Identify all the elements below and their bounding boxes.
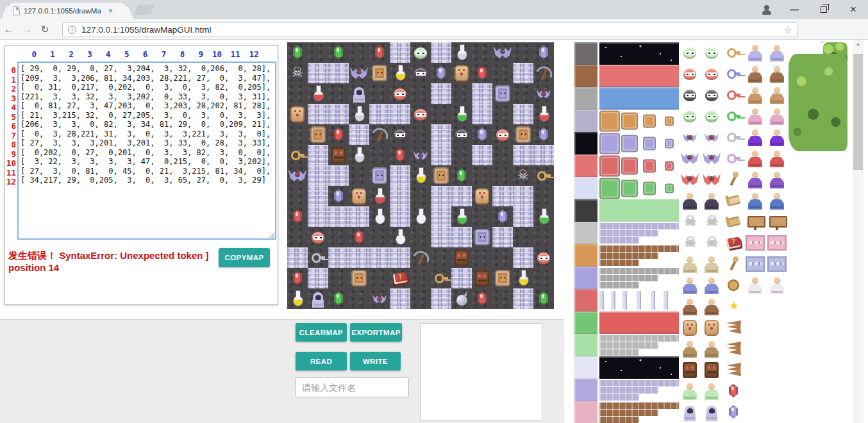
- tileset-row-stars[interactable]: [599, 356, 679, 379]
- tileset-row-doors[interactable]: [599, 110, 679, 132]
- map-tile-pickaxe[interactable]: [533, 63, 554, 83]
- map-tile-white-potion[interactable]: [369, 206, 390, 227]
- map-tile-silver-potion[interactable]: [451, 42, 472, 63]
- map-tile-dark-ground[interactable]: [513, 227, 533, 247]
- tileset-sprite[interactable]: [701, 148, 723, 169]
- map-tile-green-gem[interactable]: [451, 165, 472, 186]
- map-tile-dark-ground[interactable]: [349, 288, 369, 309]
- tileset-sprite[interactable]: [723, 63, 745, 85]
- map-tile-pickaxe[interactable]: [410, 247, 431, 268]
- tileset-row-stars[interactable]: [599, 42, 679, 65]
- map-tile-blue-gem[interactable]: [431, 63, 451, 83]
- texture-swatch[interactable]: [574, 267, 597, 289]
- map-tile-stone-head[interactable]: [451, 247, 472, 268]
- tileset-sprite[interactable]: [680, 338, 701, 360]
- read-button[interactable]: READ: [296, 352, 347, 370]
- map-tile-brick-block[interactable]: [328, 104, 349, 124]
- tileset-sprite[interactable]: [745, 275, 767, 296]
- texture-swatch[interactable]: [574, 222, 597, 244]
- tileset-sprite[interactable]: [745, 127, 767, 148]
- tileset-row-steps[interactable]: [599, 267, 679, 289]
- map-tile-brick-block[interactable]: [431, 288, 451, 309]
- map-tile-green-potion[interactable]: [451, 206, 472, 227]
- tileset-sprite[interactable]: [701, 42, 723, 63]
- map-tile-yellow-potion[interactable]: [287, 288, 308, 309]
- map-tile-brick-block[interactable]: [492, 186, 513, 206]
- map-tile-white-potion[interactable]: [390, 227, 410, 247]
- tileset-sprite[interactable]: [701, 338, 723, 360]
- forward-button[interactable]: →: [18, 23, 36, 36]
- tileset-row-solid[interactable]: [599, 87, 679, 110]
- map-tile-dark-ground[interactable]: [369, 268, 390, 288]
- tileset-sprite[interactable]: [723, 360, 745, 381]
- map-tile-brick-block[interactable]: [390, 104, 410, 124]
- tileset-sprite[interactable]: [701, 402, 723, 423]
- map-tile-small-bat[interactable]: [369, 288, 390, 309]
- tileset-sprite[interactable]: [701, 190, 723, 212]
- map-tile-brick-block[interactable]: [390, 288, 410, 309]
- map-tile-brick-block[interactable]: [431, 206, 451, 227]
- tileset-sprite[interactable]: [680, 233, 701, 254]
- map-tile-brick-block[interactable]: [451, 186, 472, 206]
- map-tile-dark-ground[interactable]: [349, 42, 369, 63]
- scrollbar-thumb[interactable]: [853, 54, 863, 170]
- map-tile-tan-rune-door[interactable]: [308, 124, 328, 145]
- map-tile-dark-ground[interactable]: [410, 288, 431, 309]
- tileset-sprite[interactable]: [701, 381, 723, 402]
- tileset-sprite[interactable]: [767, 85, 789, 106]
- map-tile-dark-ground[interactable]: [287, 124, 308, 145]
- tileset-sprite[interactable]: [723, 148, 745, 169]
- map-tile-brick-block[interactable]: [308, 186, 328, 206]
- texture-swatch[interactable]: [574, 289, 597, 311]
- scrollbar-up-icon[interactable]: ▲: [853, 41, 864, 47]
- map-tile-spell-book[interactable]: [390, 268, 410, 288]
- map-tile-brick-block[interactable]: [328, 247, 349, 268]
- tileset-sprite[interactable]: [680, 85, 701, 106]
- reload-button[interactable]: ↻: [36, 24, 54, 35]
- map-tile-dark-ground[interactable]: [308, 42, 328, 63]
- tileset-sprite[interactable]: [680, 296, 701, 317]
- tileset-row-steps[interactable]: [599, 222, 679, 244]
- tileset-sprite[interactable]: [767, 42, 789, 63]
- map-tile-brick-block[interactable]: [390, 206, 410, 227]
- tileset-sprite[interactable]: [723, 190, 745, 212]
- map-tile-red-potion[interactable]: [533, 104, 554, 124]
- tileset-row-steps[interactable]: [599, 379, 679, 401]
- tileset-sprite[interactable]: [680, 360, 701, 381]
- map-tile-ghost[interactable]: [308, 288, 328, 309]
- tileset-sprite[interactable]: [680, 381, 701, 402]
- texture-swatch[interactable]: [574, 311, 597, 334]
- copymap-button[interactable]: COPYMAP: [219, 248, 270, 267]
- tileset-sprite[interactable]: [723, 42, 745, 63]
- map-tile-brick-block[interactable]: [349, 247, 369, 268]
- map-tile-brick-block[interactable]: [513, 63, 533, 83]
- map-tile-red-slime[interactable]: [533, 247, 554, 268]
- map-tile-ghost[interactable]: [349, 83, 369, 104]
- map-tile-red-gem[interactable]: [328, 124, 349, 145]
- tileset-sprite[interactable]: [680, 402, 701, 423]
- tileset-main-column[interactable]: [599, 42, 679, 423]
- map-tile-brick-block[interactable]: [513, 288, 533, 309]
- tileset-sprite[interactable]: [701, 317, 723, 338]
- map-tile-clay-golem[interactable]: [472, 186, 492, 206]
- tileset-sprite[interactable]: [701, 212, 723, 233]
- map-tile-brick-block[interactable]: [369, 247, 390, 268]
- map-tile-dark-ground[interactable]: [287, 227, 308, 247]
- tileset-sprite[interactable]: [767, 169, 789, 190]
- map-tile-brick-block[interactable]: [308, 145, 328, 165]
- profile-icon[interactable]: [760, 3, 773, 16]
- map-tile-black-slime[interactable]: [390, 124, 410, 145]
- map-tile-brick-block[interactable]: [431, 83, 451, 104]
- tileset-sprite[interactable]: [701, 360, 723, 381]
- tileset-palette[interactable]: [574, 42, 850, 423]
- tileset-texture-strip[interactable]: [574, 42, 597, 423]
- tileset-sprite[interactable]: [745, 85, 767, 106]
- map-tile-brick-block[interactable]: [328, 165, 349, 186]
- map-tile-brick-block[interactable]: [308, 268, 328, 288]
- map-tile-dark-ground[interactable]: [369, 145, 390, 165]
- tileset-sprite[interactable]: [680, 317, 701, 338]
- map-tile-dark-ground[interactable]: [410, 268, 431, 288]
- map-tile-yellow-potion[interactable]: [410, 165, 431, 186]
- map-tile-brick-block[interactable]: [513, 247, 533, 268]
- map-tile-red-potion[interactable]: [308, 83, 328, 104]
